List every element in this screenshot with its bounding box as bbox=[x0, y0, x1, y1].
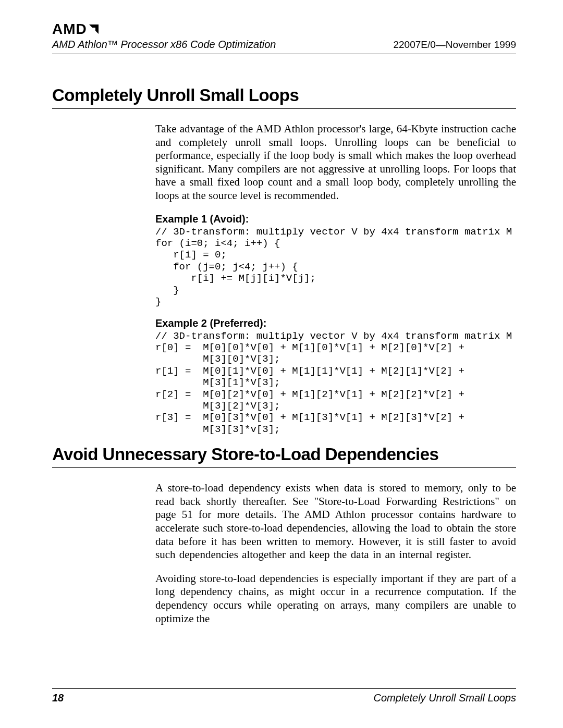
section-body-unroll: Take advantage of the AMD Athlon process… bbox=[155, 122, 516, 435]
amd-arrow-icon bbox=[88, 21, 99, 31]
section-heading-store-to-load: Avoid Unnecessary Store-to-Load Dependen… bbox=[52, 445, 516, 468]
page-footer: 18 Completely Unroll Small Loops bbox=[52, 688, 516, 704]
doc-title: AMD Athlon™ Processor x86 Code Optimizat… bbox=[52, 39, 276, 51]
page-number: 18 bbox=[52, 692, 64, 704]
section-heading-unroll: Completely Unroll Small Loops bbox=[52, 85, 516, 109]
section2-paragraph2: Avoiding store-to-load dependencies is e… bbox=[155, 572, 516, 625]
section1-paragraph: Take advantage of the AMD Athlon process… bbox=[155, 122, 516, 203]
amd-logo: AMD bbox=[52, 21, 516, 38]
section-body-store-to-load: A store-to-load dependency exists when d… bbox=[155, 482, 516, 625]
footer-running-title: Completely Unroll Small Loops bbox=[374, 692, 516, 704]
example2-title: Example 2 (Preferred): bbox=[155, 317, 516, 329]
logo-text: AMD bbox=[52, 21, 87, 37]
page-header: AMD Athlon™ Processor x86 Code Optimizat… bbox=[52, 39, 516, 54]
doc-id: 22007E/0—November 1999 bbox=[393, 39, 516, 51]
example1-code: // 3D-transform: multiply vector V by 4x… bbox=[155, 226, 516, 308]
page: AMD AMD Athlon™ Processor x86 Code Optim… bbox=[0, 0, 563, 728]
example1-title: Example 1 (Avoid): bbox=[155, 213, 516, 225]
example2-code: // 3D-transform: multiply vector V by 4x… bbox=[155, 330, 516, 436]
section2-paragraph1: A store-to-load dependency exists when d… bbox=[155, 482, 516, 562]
